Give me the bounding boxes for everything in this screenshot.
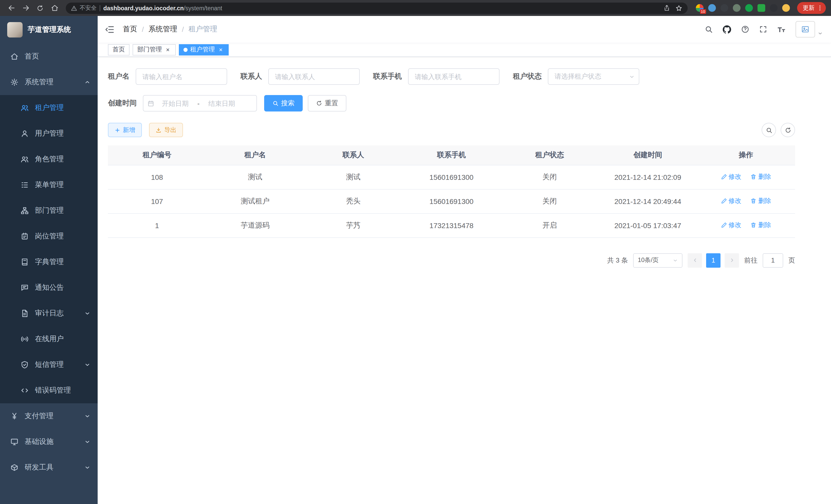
cell-tenant-id: 108 bbox=[108, 165, 206, 189]
toggle-search-button[interactable] bbox=[762, 123, 776, 137]
tag-tenant-active[interactable]: 租户管理 × bbox=[179, 44, 229, 55]
tag-home[interactable]: 首页 bbox=[108, 44, 130, 55]
page-number-current[interactable]: 1 bbox=[706, 253, 720, 267]
browser-update-button[interactable]: 更新 bbox=[797, 2, 826, 14]
edit-button[interactable]: 修改 bbox=[721, 173, 741, 181]
edit-icon bbox=[721, 198, 727, 204]
cell-status: 关闭 bbox=[500, 165, 599, 189]
sidebar-item-roles[interactable]: 角色管理 bbox=[0, 146, 98, 172]
sidebar-item-devtools[interactable]: 研发工具 bbox=[0, 455, 98, 480]
fullscreen-button[interactable] bbox=[759, 25, 767, 33]
next-page-button[interactable] bbox=[725, 253, 739, 267]
sms-icon bbox=[21, 361, 29, 369]
extension-icon[interactable] bbox=[720, 4, 728, 12]
refresh-table-button[interactable] bbox=[781, 123, 795, 137]
security-indicator[interactable]: 不安全 bbox=[71, 4, 96, 12]
column-header: 租户状态 bbox=[500, 145, 599, 165]
tags-view: 首页 部门管理 × 租户管理 × bbox=[98, 42, 831, 57]
browser-home-button[interactable] bbox=[48, 2, 61, 14]
tenant-table: 租户编号 租户名 联系人 联系手机 租户状态 创建时间 操作 108 测试 bbox=[108, 145, 795, 238]
edit-button[interactable]: 修改 bbox=[721, 221, 741, 230]
sidebar-item-audit-log[interactable]: 审计日志 bbox=[0, 301, 98, 326]
sidebar-item-sms[interactable]: 短信管理 bbox=[0, 352, 98, 378]
export-button[interactable]: 导出 bbox=[149, 123, 183, 137]
font-size-button[interactable] bbox=[777, 25, 786, 34]
delete-button[interactable]: 删除 bbox=[751, 197, 771, 206]
share-icon[interactable] bbox=[663, 5, 670, 11]
extension-icon[interactable] bbox=[770, 4, 778, 12]
extension-icon[interactable] bbox=[782, 4, 790, 12]
browser-forward-button[interactable] bbox=[20, 2, 32, 14]
sidebar-item-system[interactable]: 系统管理 bbox=[0, 69, 98, 95]
navbar-actions bbox=[705, 21, 823, 37]
extension-icon[interactable]: 10 bbox=[696, 4, 704, 12]
browser-back-button[interactable] bbox=[5, 2, 18, 14]
breadcrumb-system[interactable]: 系统管理 bbox=[148, 25, 177, 34]
date-range-picker[interactable]: - bbox=[143, 95, 257, 112]
dict-icon bbox=[21, 258, 29, 266]
sidebar-item-users[interactable]: 用户管理 bbox=[0, 121, 98, 146]
filter-row-2: 创建时间 - 搜索 重置 bbox=[108, 95, 795, 112]
start-date-input[interactable] bbox=[155, 99, 195, 107]
tag-dept[interactable]: 部门管理 × bbox=[133, 44, 176, 55]
delete-button[interactable]: 删除 bbox=[751, 221, 771, 230]
sidebar-toggle[interactable] bbox=[105, 24, 115, 34]
contact-input[interactable] bbox=[268, 68, 360, 85]
tenant-name-input[interactable] bbox=[136, 68, 227, 85]
end-date-input[interactable] bbox=[202, 99, 242, 107]
sidebar-item-payment[interactable]: 支付管理 bbox=[0, 403, 98, 429]
extension-icon[interactable] bbox=[733, 4, 741, 12]
sidebar-item-label: 用户管理 bbox=[35, 129, 64, 138]
header-search-button[interactable] bbox=[705, 25, 713, 33]
close-icon[interactable]: × bbox=[165, 46, 171, 53]
search-button[interactable]: 搜索 bbox=[264, 95, 303, 112]
close-icon[interactable]: × bbox=[218, 46, 224, 53]
app-logo[interactable]: 芋道管理系统 bbox=[0, 16, 98, 44]
sidebar-item-dict[interactable]: 字典管理 bbox=[0, 249, 98, 275]
delete-button[interactable]: 删除 bbox=[751, 173, 771, 181]
browser-reload-button[interactable] bbox=[34, 2, 46, 14]
address-bar[interactable]: 不安全 dashboard.yudao.iocoder.cn/system/te… bbox=[66, 2, 688, 13]
sidebar-item-home[interactable]: 首页 bbox=[0, 44, 98, 69]
page-size-select[interactable]: 10条/页 bbox=[633, 253, 683, 267]
filter-tenant-name: 租户名 bbox=[108, 68, 227, 85]
filter-row-1: 租户名 联系人 联系手机 租户状态 请选择租户状态 bbox=[108, 68, 795, 85]
sidebar-item-menus[interactable]: 菜单管理 bbox=[0, 172, 98, 198]
kebab-menu-icon[interactable] bbox=[816, 5, 823, 11]
prev-page-button[interactable] bbox=[688, 253, 702, 267]
sidebar-item-notice[interactable]: 通知公告 bbox=[0, 275, 98, 301]
sidebar-item-infrastructure[interactable]: 基础设施 bbox=[0, 429, 98, 455]
phone-input[interactable] bbox=[408, 68, 499, 85]
extension-icon[interactable] bbox=[745, 4, 753, 12]
url-host: dashboard.yudao.iocoder.cn bbox=[103, 5, 184, 11]
field-label: 联系人 bbox=[240, 72, 262, 81]
goto-page-input[interactable] bbox=[763, 253, 783, 267]
user-menu[interactable] bbox=[796, 21, 823, 37]
edit-button[interactable]: 修改 bbox=[721, 197, 741, 206]
sidebar-item-departments[interactable]: 部门管理 bbox=[0, 198, 98, 224]
column-header: 操作 bbox=[697, 145, 795, 165]
sidebar-item-label: 岗位管理 bbox=[35, 232, 64, 241]
sidebar-item-online-users[interactable]: 在线用户 bbox=[0, 326, 98, 352]
extension-icon[interactable] bbox=[708, 4, 716, 12]
update-label: 更新 bbox=[803, 4, 814, 12]
tag-label: 租户管理 bbox=[190, 45, 215, 54]
sidebar-item-posts[interactable]: 岗位管理 bbox=[0, 224, 98, 249]
notice-icon bbox=[21, 284, 29, 292]
column-header: 联系手机 bbox=[402, 145, 500, 165]
docs-help-button[interactable] bbox=[741, 25, 749, 33]
breadcrumb-separator: / bbox=[142, 25, 144, 33]
sidebar-item-tenant[interactable]: 租户管理 bbox=[0, 95, 98, 121]
extension-icon[interactable] bbox=[757, 4, 765, 12]
github-button[interactable] bbox=[722, 25, 731, 34]
add-button[interactable]: 新增 bbox=[108, 123, 142, 137]
status-select[interactable]: 请选择租户状态 bbox=[548, 68, 639, 85]
breadcrumb-home[interactable]: 首页 bbox=[123, 25, 137, 34]
table-toolbar: 新增 导出 bbox=[108, 123, 795, 137]
sidebar-item-error-code[interactable]: 错误码管理 bbox=[0, 378, 98, 403]
bookmark-star-icon[interactable] bbox=[675, 4, 683, 11]
calendar-icon bbox=[147, 100, 154, 107]
reset-button[interactable]: 重置 bbox=[308, 95, 346, 112]
avatar bbox=[796, 21, 815, 37]
chevron-down-icon bbox=[629, 74, 635, 79]
